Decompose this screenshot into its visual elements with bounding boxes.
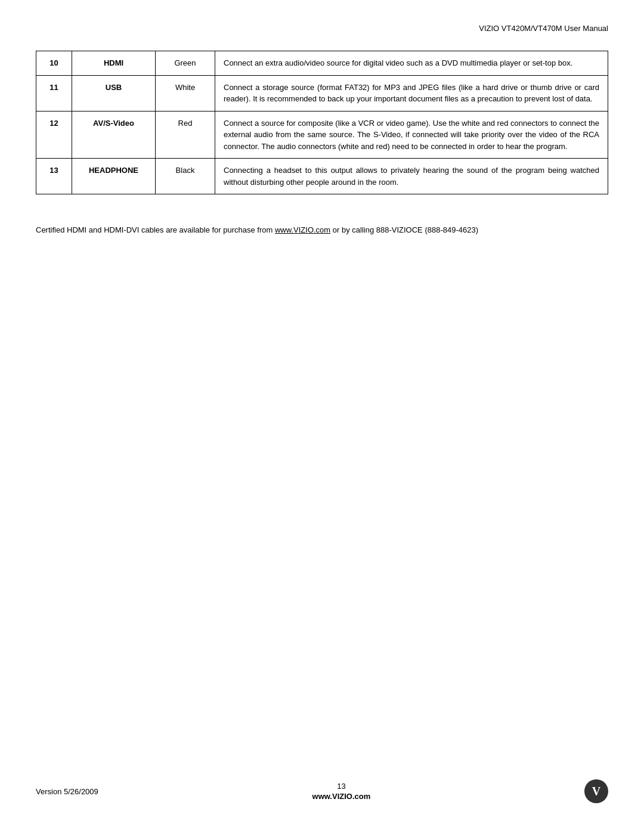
row-connector-name: USB (72, 75, 156, 111)
logo-letter: V (592, 785, 600, 798)
row-description: Connecting a headset to this output allo… (215, 159, 608, 194)
footer-url: www.VIZIO.com (312, 792, 371, 801)
table-row: 12AV/S-VideoRedConnect a source for comp… (36, 111, 608, 159)
vizio-link[interactable]: www.VIZIO.com (275, 225, 330, 234)
footer-page-number: 13 (337, 782, 345, 791)
note-prefix: Certified HDMI and HDMI-DVI cables are a… (36, 225, 275, 234)
page-footer: Version 5/26/2009 13 www.VIZIO.com V (36, 779, 608, 803)
row-description: Connect a source for composite (like a V… (215, 111, 608, 159)
table-row: 11USBWhiteConnect a storage source (form… (36, 75, 608, 111)
row-description: Connect an extra audio/video source for … (215, 51, 608, 76)
header-title: VIZIO VT420M/VT470M User Manual (479, 24, 608, 33)
row-color: Black (156, 159, 215, 194)
table-row: 13HEADPHONEBlackConnecting a headset to … (36, 159, 608, 194)
page: VIZIO VT420M/VT470M User Manual 10HDMIGr… (0, 0, 644, 833)
row-connector-name: HDMI (72, 51, 156, 76)
row-number: 12 (36, 111, 72, 159)
row-color: White (156, 75, 215, 111)
row-number: 13 (36, 159, 72, 194)
table-row: 10HDMIGreenConnect an extra audio/video … (36, 51, 608, 76)
row-connector-name: AV/S-Video (72, 111, 156, 159)
footer-version: Version 5/26/2009 (36, 787, 98, 796)
note-suffix: or by calling 888-VIZIOCE (888-849-4623) (330, 225, 478, 234)
row-description: Connect a storage source (format FAT32) … (215, 75, 608, 111)
row-color: Green (156, 51, 215, 76)
page-header: VIZIO VT420M/VT470M User Manual (36, 24, 608, 33)
footer-center: 13 www.VIZIO.com (312, 782, 371, 801)
row-number: 10 (36, 51, 72, 76)
vizio-logo: V (584, 779, 608, 803)
row-number: 11 (36, 75, 72, 111)
note-section: Certified HDMI and HDMI-DVI cables are a… (36, 224, 608, 237)
row-color: Red (156, 111, 215, 159)
connector-table: 10HDMIGreenConnect an extra audio/video … (36, 51, 608, 194)
row-connector-name: HEADPHONE (72, 159, 156, 194)
